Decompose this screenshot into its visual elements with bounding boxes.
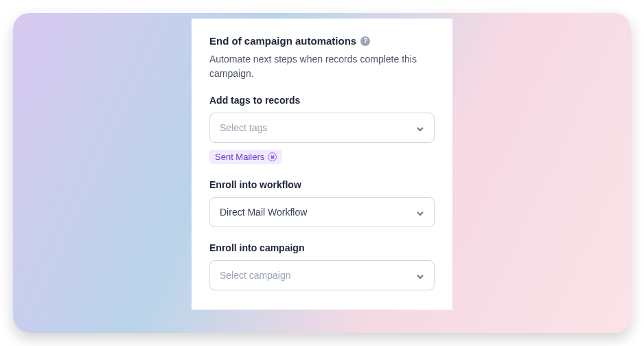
campaign-select[interactable]: Select campaign bbox=[209, 260, 435, 290]
help-icon[interactable]: ? bbox=[360, 36, 370, 46]
gradient-backdrop: End of campaign automations ? Automate n… bbox=[13, 13, 631, 333]
chevron-down-icon bbox=[416, 271, 424, 279]
workflow-select-value: Direct Mail Workflow bbox=[220, 207, 307, 218]
card-title: End of campaign automations bbox=[209, 35, 356, 47]
selected-tags-row: Sent Mailers bbox=[209, 150, 435, 164]
chevron-down-icon bbox=[416, 124, 424, 132]
field-label-workflow: Enroll into workflow bbox=[209, 179, 435, 190]
card-header: End of campaign automations ? bbox=[209, 35, 435, 47]
field-enroll-campaign: Enroll into campaign Select campaign bbox=[209, 242, 435, 290]
automations-card: End of campaign automations ? Automate n… bbox=[192, 19, 452, 310]
card-description: Automate next steps when records complet… bbox=[209, 52, 435, 81]
tags-select[interactable]: Select tags bbox=[209, 113, 435, 143]
tags-select-placeholder: Select tags bbox=[220, 122, 267, 133]
tag-label: Sent Mailers bbox=[215, 152, 264, 162]
chevron-down-icon bbox=[416, 208, 424, 216]
field-add-tags: Add tags to records Select tags Sent Mai… bbox=[209, 95, 435, 164]
field-label-tags: Add tags to records bbox=[209, 95, 435, 106]
tag-remove-icon[interactable] bbox=[268, 152, 277, 161]
field-label-campaign: Enroll into campaign bbox=[209, 242, 435, 253]
workflow-select[interactable]: Direct Mail Workflow bbox=[209, 197, 435, 227]
tag-sent-mailers: Sent Mailers bbox=[209, 150, 282, 164]
campaign-select-placeholder: Select campaign bbox=[220, 270, 291, 281]
field-enroll-workflow: Enroll into workflow Direct Mail Workflo… bbox=[209, 179, 435, 227]
